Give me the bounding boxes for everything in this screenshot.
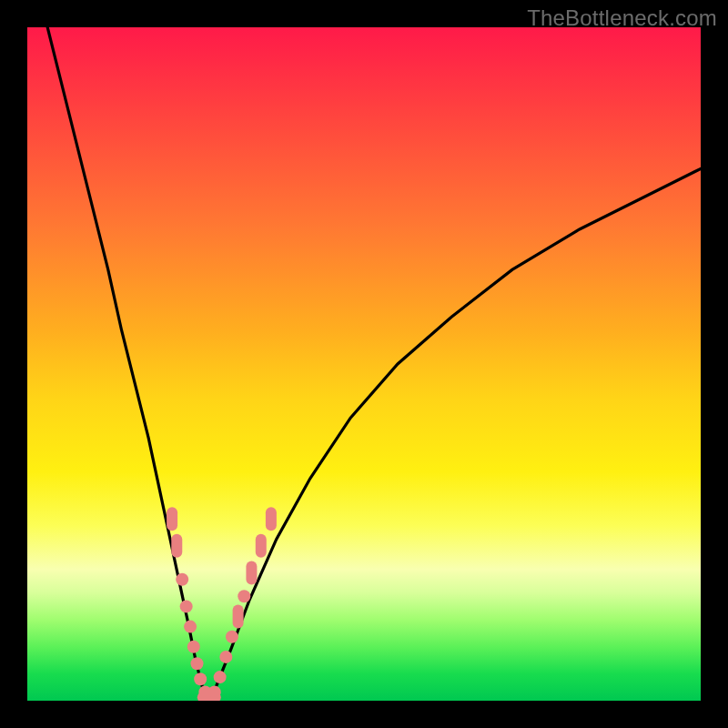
data-marker (246, 561, 257, 584)
data-marker (226, 631, 238, 643)
chart-frame: TheBottleneck.com (0, 0, 728, 728)
data-marker (214, 671, 227, 683)
data-marker (256, 534, 267, 558)
data-marker (176, 573, 188, 586)
data-marker (180, 600, 193, 612)
data-marker (238, 590, 250, 602)
bottleneck-curve (47, 27, 701, 697)
watermark-text: TheBottleneck.com (527, 5, 717, 31)
data-marker (266, 507, 277, 531)
data-marker (171, 534, 182, 558)
data-marker (184, 621, 197, 633)
data-marker (233, 605, 244, 629)
data-marker (208, 685, 221, 698)
data-marker (194, 672, 207, 685)
data-marker (167, 507, 177, 531)
data-marker (219, 651, 232, 663)
data-marker (190, 657, 203, 670)
bottleneck-curve-svg (27, 27, 701, 701)
data-marker (187, 641, 200, 653)
plot-area (27, 27, 701, 701)
